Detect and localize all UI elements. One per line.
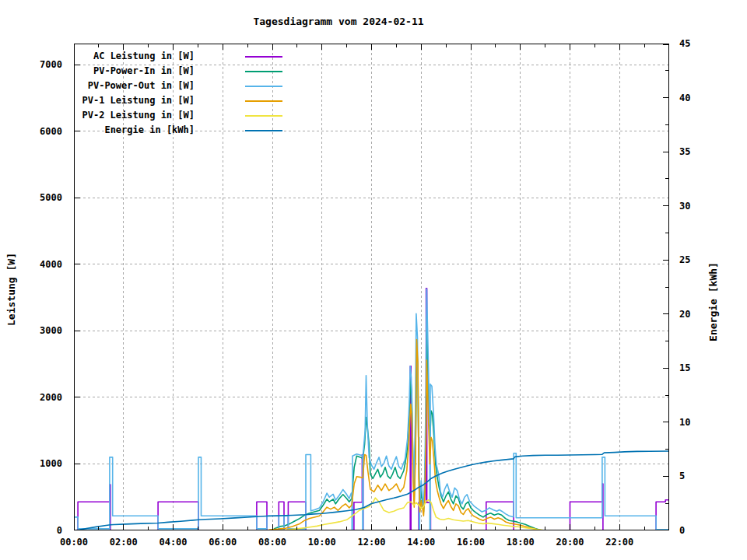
x-tick-label: 20:00 bbox=[547, 537, 594, 548]
y-left-tick-label: 3000 bbox=[17, 325, 62, 336]
y-right-tick-label: 30 bbox=[679, 201, 710, 212]
legend-label: PV-Power-Out in [W] bbox=[74, 80, 195, 91]
legend-line-sample bbox=[245, 86, 282, 87]
y-left-tick-label: 6000 bbox=[17, 126, 62, 137]
y-right-tick-label: 10 bbox=[679, 417, 710, 428]
legend-label: AC Leistung in [W] bbox=[74, 51, 195, 61]
y-right-tick-label: 20 bbox=[679, 309, 710, 320]
legend-row-1: AC Leistung in [W] bbox=[74, 49, 401, 64]
legend-row-5: PV-2 Leistung in [W] bbox=[74, 108, 401, 123]
legend: AC Leistung in [W]PV-Power-In in [W]PV-P… bbox=[74, 49, 401, 138]
y-left-tick-label: 5000 bbox=[17, 192, 62, 203]
plot-area: AC Leistung in [W]PV-Power-In in [W]PV-P… bbox=[74, 44, 669, 530]
x-tick-label: 16:00 bbox=[447, 537, 494, 548]
y-right-tick-label: 45 bbox=[679, 38, 710, 49]
x-tick-label: 04:00 bbox=[150, 537, 197, 548]
y-right-tick-label: 15 bbox=[679, 362, 710, 373]
y-right-tick-label: 5 bbox=[679, 471, 710, 481]
x-tick-label: 22:00 bbox=[596, 537, 643, 548]
legend-line-sample bbox=[245, 56, 282, 58]
x-tick-label: 00:00 bbox=[51, 537, 97, 548]
legend-line-sample bbox=[245, 115, 282, 117]
x-tick-label: 14:00 bbox=[398, 537, 444, 548]
legend-row-2: PV-Power-In in [W] bbox=[74, 64, 401, 79]
legend-label: Energie in [kWh] bbox=[74, 124, 195, 135]
legend-label: PV-1 Leistung in [W] bbox=[74, 95, 195, 106]
y-left-tick-label: 1000 bbox=[17, 458, 62, 469]
y-right-tick-label: 0 bbox=[679, 525, 710, 536]
legend-row-4: PV-1 Leistung in [W] bbox=[74, 93, 401, 108]
y-left-tick-label: 0 bbox=[17, 525, 62, 536]
legend-label: PV-Power-In in [W] bbox=[74, 65, 195, 76]
legend-label: PV-2 Leistung in [W] bbox=[74, 110, 195, 121]
legend-line-sample bbox=[245, 71, 282, 72]
y-right-tick-label: 25 bbox=[679, 254, 710, 265]
legend-row-6: Energie in [kWh] bbox=[74, 123, 401, 138]
legend-line-sample bbox=[245, 100, 282, 102]
x-tick-label: 06:00 bbox=[199, 537, 246, 548]
x-tick-label: 08:00 bbox=[249, 537, 296, 548]
legend-row-3: PV-Power-Out in [W] bbox=[74, 79, 401, 93]
chart-title: Tagesdiagramm vom 2024-02-11 bbox=[105, 16, 572, 27]
y-right-tick-label: 40 bbox=[679, 93, 710, 103]
y-left-tick-label: 4000 bbox=[17, 259, 62, 270]
y-left-axis-label: Leistung [W] bbox=[5, 253, 17, 326]
x-tick-label: 18:00 bbox=[497, 537, 544, 548]
chart-page: Tagesdiagramm vom 2024-02-11 Leistung [W… bbox=[0, 0, 747, 560]
legend-line-sample bbox=[245, 130, 282, 131]
y-right-axis-label: Energie [kWh] bbox=[707, 262, 719, 341]
y-left-tick-label: 7000 bbox=[17, 59, 62, 70]
x-tick-label: 12:00 bbox=[349, 537, 395, 548]
x-tick-label: 10:00 bbox=[299, 537, 345, 548]
x-tick-label: 02:00 bbox=[100, 537, 147, 548]
y-left-tick-label: 2000 bbox=[17, 392, 62, 403]
y-right-tick-label: 35 bbox=[679, 146, 710, 157]
